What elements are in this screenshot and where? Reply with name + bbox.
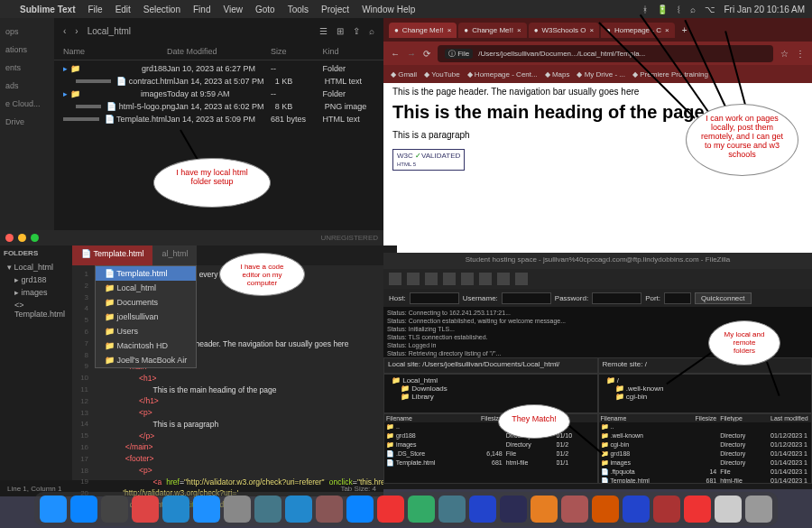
tb-icon[interactable] <box>461 273 474 285</box>
file-row[interactable]: 📁 .. <box>599 422 812 431</box>
path-dropdown[interactable]: 📄 Template.html📁 Local_html📁 Documents📁 … <box>95 265 197 368</box>
dock-app[interactable] <box>500 496 527 523</box>
menu-goto[interactable]: Goto <box>255 5 275 14</box>
path-item[interactable]: 📁 Users <box>96 324 196 338</box>
dock-app[interactable] <box>684 496 711 523</box>
quickconnect-button[interactable]: Quickconnect <box>695 292 751 304</box>
menu-file[interactable]: File <box>88 5 103 14</box>
file-row[interactable]: 📄 .ftpquota14File01/14/2023 1 <box>599 468 812 477</box>
file-row[interactable]: ▸ 📁 grd188Jan 10, 2023 at 6:27 PM--Folde… <box>54 62 383 75</box>
dock-app[interactable] <box>438 496 466 523</box>
file-row[interactable]: 📄 Template.html681html-file01/14/2023 1 <box>599 477 812 484</box>
forward-icon[interactable]: › <box>75 26 78 36</box>
dock-app[interactable] <box>408 496 435 523</box>
browser-tab[interactable]: ●Change Me!!× <box>458 23 526 38</box>
local-site[interactable]: Local site: /Users/joellsullivan/Documen… <box>383 357 598 374</box>
view-icon[interactable]: ☰ <box>319 26 328 36</box>
remote-list[interactable]: FilenameFilesizeFiletypeLast modified 📁 … <box>598 413 813 484</box>
dock-app[interactable] <box>469 496 496 523</box>
dock-app[interactable] <box>745 496 772 523</box>
host-input[interactable] <box>410 292 459 304</box>
col-kind[interactable]: Kind <box>323 47 375 56</box>
sidebar-item[interactable]: ations <box>4 43 51 56</box>
col-name[interactable]: Name <box>63 47 167 56</box>
path-item[interactable]: 📁 Joell's MacBook Air <box>96 353 196 367</box>
back-icon[interactable]: ‹ <box>63 26 66 36</box>
dock-app[interactable] <box>40 496 67 523</box>
file-tab[interactable]: 📄 Template.html <box>72 245 152 265</box>
dock-app[interactable] <box>254 496 281 523</box>
sidebar-item[interactable]: ads <box>4 79 51 92</box>
menu-tools[interactable]: Tools <box>288 5 309 14</box>
dock-app[interactable] <box>316 496 343 523</box>
w3c-badge[interactable]: W3C ✓VALIDATEDHTML 5 <box>392 149 465 171</box>
dock-app[interactable] <box>101 496 128 523</box>
file-row[interactable]: 📁 grd188Directory01/14/2023 1 <box>599 449 812 459</box>
reload-icon[interactable]: ⟳ <box>423 49 430 59</box>
dock-app[interactable] <box>70 496 97 523</box>
clock[interactable]: Fri Jan 20 10:16 AM <box>724 5 806 14</box>
file-row[interactable]: 📄 Template.html681html-file01/1 <box>384 459 597 468</box>
battery-icon[interactable]: 🔋 <box>657 5 668 14</box>
dock-app[interactable] <box>653 496 680 523</box>
control-center-icon[interactable]: ⌥ <box>705 5 715 14</box>
dock-app[interactable] <box>592 496 619 523</box>
browser-tab[interactable]: ●W3Schools O× <box>529 23 599 38</box>
file-row[interactable]: 📁 grd188Directory01/10 <box>384 431 597 440</box>
tb-icon[interactable] <box>515 273 528 285</box>
dock-app[interactable] <box>623 496 650 523</box>
dock-app[interactable] <box>377 496 404 523</box>
dock-app[interactable] <box>715 496 742 523</box>
path-crumb[interactable]: al_html <box>152 245 197 265</box>
close-icon[interactable] <box>5 234 14 242</box>
tb-icon[interactable] <box>425 273 438 285</box>
tb-icon[interactable] <box>407 273 420 285</box>
dock-app[interactable] <box>346 496 374 523</box>
pass-input[interactable] <box>592 292 641 304</box>
bookmark[interactable]: ◆ Homepage - Cent... <box>467 70 538 79</box>
col-size[interactable]: Size <box>271 47 323 56</box>
path-item[interactable]: 📁 Documents <box>96 295 196 310</box>
file-row[interactable]: 📁 imagesDirectory01/14/2023 1 <box>599 459 812 468</box>
address-bar[interactable]: ⓘ File /Users/joellsullivan/Documen.../L… <box>438 45 773 62</box>
bookmark[interactable]: ◆ YouTube <box>424 70 460 79</box>
dock-app[interactable] <box>285 496 312 523</box>
file-row[interactable]: ▸ 📁 imagesToday at 9:59 AM--Folder <box>54 88 383 100</box>
sidebar-item[interactable]: <> Template.html <box>4 299 69 320</box>
tb-icon[interactable] <box>497 273 510 285</box>
file-row[interactable]: 📄 Template.htmlJan 14, 2023 at 5:09 PM68… <box>54 113 383 125</box>
file-row[interactable]: 📄 contract.htmlJan 14, 2023 at 5:07 PM1 … <box>54 75 383 88</box>
dock-app[interactable] <box>162 496 189 523</box>
path-item[interactable]: 📄 Template.html <box>96 266 196 281</box>
path-item[interactable]: 📁 joellsullivan <box>96 310 196 324</box>
sidebar-item[interactable]: ents <box>4 61 51 74</box>
local-tree[interactable]: 📁 Local_html📁 Downloads📁 Library <box>383 374 598 413</box>
file-row[interactable]: 📁 .well-knownDirectory01/12/2023 1 <box>599 431 812 440</box>
sidebar-item[interactable]: ▾ Local_html <box>4 261 69 273</box>
menu-window[interactable]: Window <box>362 5 394 14</box>
minimize-icon[interactable] <box>18 234 26 242</box>
file-row[interactable]: 📁 imagesDirectory01/2 <box>384 440 597 449</box>
remote-site[interactable]: Remote site: / <box>598 357 813 374</box>
bookmark[interactable]: ◆ Gmail <box>391 70 417 79</box>
wifi-icon[interactable]: ⧙ <box>677 5 681 14</box>
star-icon[interactable]: ☆ <box>780 49 789 59</box>
dock-app[interactable] <box>132 496 159 523</box>
file-row[interactable]: 📁 cgi-binDirectory01/12/2023 1 <box>599 440 812 449</box>
dock-app[interactable] <box>531 496 558 523</box>
path-item[interactable]: 📁 Macintosh HD <box>96 338 196 353</box>
tb-icon[interactable] <box>479 273 492 285</box>
back-icon[interactable]: ← <box>391 49 400 59</box>
sidebar-item[interactable]: ▸ grd188 <box>4 273 69 286</box>
search-icon[interactable]: ⌕ <box>369 26 374 36</box>
sidebar-item[interactable]: Drive <box>4 116 51 128</box>
port-input[interactable] <box>664 292 691 304</box>
menu-edit[interactable]: Edit <box>115 5 131 14</box>
bluetooth-icon[interactable]: ᚼ <box>642 5 648 14</box>
file-row[interactable]: 📄 html-5-logo.pngJan 14, 2023 at 6:02 PM… <box>54 100 383 113</box>
path-item[interactable]: 📁 Local_html <box>96 281 196 295</box>
sidebar-item[interactable]: ▸ images <box>4 286 69 299</box>
menu-help[interactable]: Help <box>397 5 416 14</box>
menu-view[interactable]: View <box>223 5 243 14</box>
dock-app[interactable] <box>193 496 220 523</box>
